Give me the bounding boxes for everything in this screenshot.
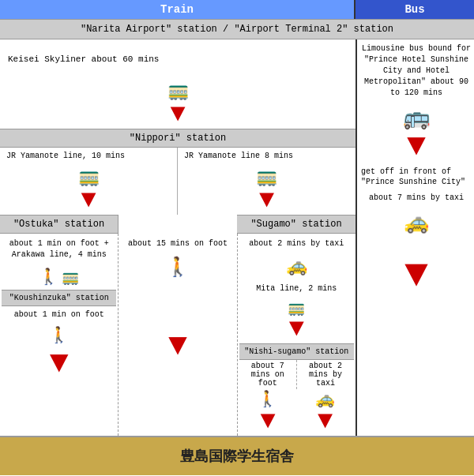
- bus-header: Bus: [356, 0, 474, 19]
- bus-arrow-1: ▼: [357, 131, 474, 163]
- train-icon-left: 🚃: [0, 167, 177, 188]
- sugamo-station-bar: "Sugamo" station: [237, 215, 356, 234]
- nishi-foot-text: about 7 mins on foot: [239, 360, 297, 389]
- taxi-sugamo-text: about 7 mins by taxi: [357, 189, 474, 207]
- taxi-icon-bus: 🚕: [404, 210, 429, 235]
- empty-mid: [118, 215, 237, 234]
- taxi-icon-1: 🚕: [286, 256, 307, 277]
- otsuka-station-bar: "Ostuka" station: [0, 215, 118, 234]
- destination-bar: 豊島国際学生宿舎: [0, 436, 474, 475]
- nippori-two-col: JR Yamanote line, 10 mins 🚃 ▼ JR Yamanot…: [0, 148, 356, 215]
- nishi-sugamo-sub: about 7 mins on foot about 2 mins by tax…: [239, 360, 354, 389]
- train-icon-right: 🚃: [178, 167, 356, 188]
- col-yamanote-left: JR Yamanote line, 10 mins 🚃 ▼: [0, 148, 178, 215]
- walk-icon-2: 🚶: [49, 325, 69, 345]
- nishi-icons: 🚶 🚕: [239, 389, 354, 409]
- main-body: Keisei Skyliner about 60 mins 🚃 ▼ "Nippo…: [0, 39, 474, 436]
- train-icon-row: 🚃 ▼: [0, 79, 356, 129]
- nippori-station-bar: "Nippori" station: [0, 129, 356, 148]
- train-section: Keisei Skyliner about 60 mins 🚃 ▼ "Nippo…: [0, 39, 357, 436]
- arrow-right-2: ▼: [178, 188, 356, 213]
- big-arrow-nishi-walk: ▼: [239, 409, 297, 434]
- koushinzuka-info: about 1 min on foot: [2, 306, 116, 324]
- otsuka-info2-text: about 15 mins on foot: [120, 235, 235, 253]
- bus-icon-row: 🚌 ▼: [357, 103, 474, 164]
- arrow-mita: ▼: [239, 317, 354, 342]
- jr-right-text: JR Yamanote line 8 mins: [178, 148, 356, 165]
- big-arrow-bus: ▼: [357, 256, 474, 295]
- jr-left-text: JR Yamanote line, 10 mins: [0, 148, 177, 165]
- train-icon: 🚃: [0, 81, 356, 102]
- nishi-taxi-text: about 2 mins by taxi: [297, 360, 354, 389]
- bus-final-arrow: ▼: [357, 254, 474, 297]
- big-arrow-2: ▼: [120, 331, 235, 362]
- bus-spacer: [357, 238, 474, 254]
- otsuka-info3-text: about 2 mins by taxi: [239, 235, 354, 253]
- keisei-text: Keisei Skyliner about 60 mins: [8, 54, 159, 64]
- col-koushinzuka: about 1 min on foot + Arakawa line, 4 mi…: [0, 234, 118, 436]
- three-col-bottom: about 1 min on foot + Arakawa line, 4 mi…: [0, 234, 356, 436]
- arrow-down-1: ▼: [0, 102, 356, 127]
- big-arrow-1: ▼: [2, 348, 116, 380]
- col-taxi-sugamo: about 2 mins by taxi 🚕 Mita line, 2 mins…: [238, 234, 356, 436]
- getoff-text: get off in front of "Prince Sunshine Cit…: [357, 164, 474, 189]
- nishi-arrows: ▼ ▼: [239, 409, 354, 434]
- walk-icon-3: 🚶: [166, 256, 190, 279]
- otsuka-sugamo-row: "Ostuka" station "Sugamo" station: [0, 215, 356, 234]
- train-header: Train: [0, 0, 356, 19]
- limo-info: Limousine bus bound for "Prince Hotel Su…: [357, 39, 474, 103]
- nishi-sugamo-station: "Nishi-sugamo" station: [239, 343, 354, 360]
- tram-icon: 🚃: [62, 268, 79, 286]
- header-row: Train Bus: [0, 0, 474, 19]
- arrow-left-2: ▼: [0, 188, 177, 213]
- otsuka-info1-text: about 1 min on foot + Arakawa line, 4 mi…: [2, 235, 116, 264]
- airport-station-bar: "Narita Airport" station / "Airport Term…: [0, 19, 474, 39]
- koushinzuka-station: "Koushinzuka" station: [2, 290, 116, 306]
- bus-icon: 🚌: [357, 104, 474, 131]
- keisei-row: Keisei Skyliner about 60 mins: [0, 39, 356, 79]
- mita-line-text: Mita line, 2 mins: [239, 280, 354, 298]
- col-yamanote-right: JR Yamanote line 8 mins 🚃 ▼: [178, 148, 356, 215]
- bus-section: Limousine bus bound for "Prince Hotel Su…: [357, 39, 474, 436]
- taxi-icon-bus-row: 🚕: [357, 207, 474, 238]
- big-arrow-nishi-taxi: ▼: [296, 409, 354, 434]
- col-onfoot: about 15 mins on foot 🚶 ▼: [118, 234, 237, 436]
- main-container: Train Bus "Narita Airport" station / "Ai…: [0, 0, 474, 475]
- walk-icon-1: 🚶: [39, 267, 58, 287]
